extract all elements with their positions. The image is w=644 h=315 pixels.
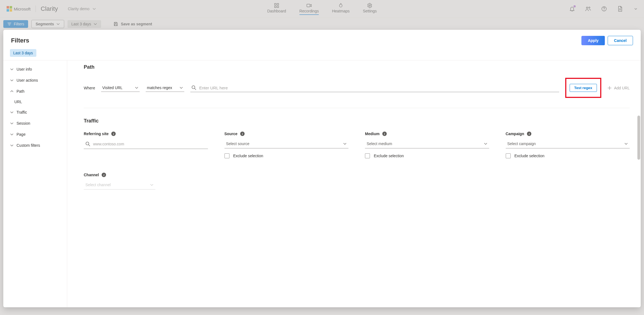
exclude-label: Exclude selection: [233, 154, 263, 158]
sidebar-custom-filters[interactable]: Custom filters: [3, 140, 67, 151]
match-mode-select[interactable]: matches regex: [146, 84, 184, 92]
modal-header: Filters Apply Cancel: [3, 30, 641, 45]
where-label: Where: [84, 86, 95, 90]
checkbox[interactable]: [365, 153, 370, 158]
referring-site-field: Referring site i: [84, 132, 208, 158]
chevron-down-icon: [10, 143, 14, 147]
sidebar-item-label: Traffic: [17, 110, 27, 114]
medium-field: Medium i Select medium Exclude selection: [365, 132, 489, 158]
source-exclude[interactable]: Exclude selection: [224, 153, 349, 158]
svg-point-14: [192, 86, 195, 89]
test-regex-highlight: Test regex: [565, 78, 602, 98]
daterange-chip[interactable]: Last 3 days: [10, 49, 36, 57]
chevron-down-icon: [484, 142, 488, 146]
sidebar-page[interactable]: Page: [3, 129, 67, 140]
filters-sidebar: User info User actions Path URL Traffic …: [3, 60, 67, 307]
info-icon[interactable]: i: [102, 173, 106, 177]
info-icon[interactable]: i: [527, 132, 531, 136]
path-section-title: Path: [84, 64, 630, 70]
source-placeholder: Select source: [226, 142, 250, 146]
scrollbar-thumb[interactable]: [637, 116, 640, 160]
sidebar-user-info[interactable]: User info: [3, 64, 67, 75]
referring-site-input-wrap[interactable]: [84, 139, 208, 149]
chevron-down-icon: [179, 86, 183, 90]
search-icon: [191, 85, 196, 90]
visited-url-value: Visited URL: [102, 86, 123, 90]
campaign-label: Campaign: [506, 132, 524, 136]
match-mode-value: matches regex: [147, 86, 172, 90]
medium-label: Medium: [365, 132, 380, 136]
checkbox[interactable]: [506, 153, 511, 158]
referring-site-input[interactable]: [93, 142, 206, 146]
filters-modal: Filters Apply Cancel Last 3 days User in…: [3, 30, 641, 307]
sidebar-path[interactable]: Path: [3, 86, 67, 97]
modal-title: Filters: [11, 37, 29, 44]
sidebar-item-label: Path: [17, 89, 25, 94]
medium-placeholder: Select medium: [367, 142, 392, 146]
svg-point-15: [86, 142, 89, 145]
chevron-down-icon: [343, 142, 347, 146]
apply-button[interactable]: Apply: [581, 36, 605, 45]
sidebar-item-label: User actions: [17, 78, 38, 82]
chevron-down-icon: [10, 67, 14, 71]
path-filter-row: Where Visited URL matches regex Test reg…: [84, 78, 630, 98]
chevron-down-icon: [10, 121, 14, 125]
sidebar-traffic[interactable]: Traffic: [3, 107, 67, 118]
info-icon[interactable]: i: [382, 132, 387, 136]
source-select[interactable]: Select source: [224, 139, 349, 148]
referring-site-label: Referring site: [84, 132, 109, 136]
source-field: Source i Select source Exclude selection: [224, 132, 349, 158]
campaign-exclude[interactable]: Exclude selection: [506, 153, 630, 158]
campaign-placeholder: Select campaign: [507, 142, 536, 146]
test-regex-button[interactable]: Test regex: [570, 84, 597, 92]
active-filter-chips: Last 3 days: [3, 45, 641, 60]
visited-url-select[interactable]: Visited URL: [101, 84, 140, 92]
chevron-down-icon: [135, 86, 139, 90]
traffic-grid: Referring site i Source i Select: [84, 132, 630, 158]
cancel-button[interactable]: Cancel: [608, 36, 633, 45]
chevron-down-icon: [10, 132, 14, 136]
sidebar-item-label: Custom filters: [17, 143, 40, 148]
plus-icon: [607, 86, 612, 90]
chevron-down-icon: [150, 183, 154, 187]
chevron-down-icon: [624, 142, 628, 146]
info-icon[interactable]: i: [240, 132, 245, 136]
campaign-field: Campaign i Select campaign Exclude selec…: [506, 132, 630, 158]
sidebar-path-url[interactable]: URL: [3, 97, 67, 107]
channel-placeholder: Select channel: [85, 183, 111, 187]
chevron-down-icon: [10, 78, 14, 82]
checkbox[interactable]: [224, 153, 229, 158]
channel-field: Channel i Select channel: [84, 173, 630, 189]
scrollbar-track: [637, 116, 640, 296]
sidebar-item-label: Session: [17, 121, 30, 126]
campaign-select[interactable]: Select campaign: [506, 139, 630, 148]
source-label: Source: [224, 132, 237, 136]
exclude-label: Exclude selection: [515, 154, 545, 158]
add-url-button[interactable]: Add URL: [607, 86, 630, 90]
url-input[interactable]: [199, 86, 558, 90]
url-input-wrap[interactable]: [190, 84, 559, 92]
section-divider: [84, 108, 630, 108]
filters-content: Path Where Visited URL matches regex Tes…: [67, 60, 641, 307]
medium-exclude[interactable]: Exclude selection: [365, 153, 489, 158]
medium-select[interactable]: Select medium: [365, 139, 489, 148]
add-url-label: Add URL: [614, 86, 630, 90]
traffic-section-title: Traffic: [84, 118, 630, 124]
sidebar-user-actions[interactable]: User actions: [3, 75, 67, 86]
channel-label: Channel: [84, 173, 99, 177]
sidebar-item-label: Page: [17, 132, 26, 137]
info-icon[interactable]: i: [111, 132, 116, 136]
exclude-label: Exclude selection: [374, 154, 404, 158]
chevron-down-icon: [10, 110, 14, 114]
sidebar-session[interactable]: Session: [3, 118, 67, 129]
search-icon: [85, 142, 90, 146]
channel-select[interactable]: Select channel: [84, 180, 155, 189]
chevron-up-icon: [10, 89, 14, 93]
sidebar-item-label: User info: [17, 67, 32, 71]
